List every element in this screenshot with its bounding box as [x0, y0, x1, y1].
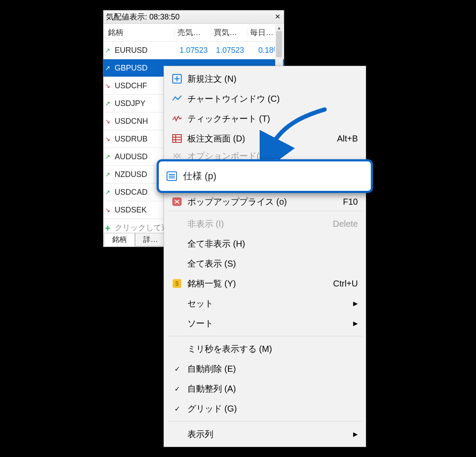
menu-specification-highlight[interactable]: 仕様 (p): [157, 159, 373, 193]
check-icon: ✓: [170, 365, 184, 373]
arrow-up-icon: ↗: [103, 47, 112, 54]
ask-value: 1.07523: [211, 46, 248, 55]
arrow-down-icon: ↘: [103, 135, 112, 142]
arrow-up-icon: ↗: [103, 100, 112, 107]
accel-depth: Alt+B: [337, 134, 358, 144]
menu-show-all[interactable]: 全て表示 (S): [164, 254, 366, 274]
chart-window-icon: [170, 95, 184, 102]
svg-rect-3: [173, 135, 181, 142]
submenu-arrow-icon: ▶: [353, 431, 358, 438]
menu-symbols-list[interactable]: $ 銘柄一覧 (Y) Ctrl+U: [164, 274, 366, 293]
menu-hide-all[interactable]: 全て非表示 (H): [164, 234, 366, 254]
check-icon: ✓: [170, 385, 184, 393]
arrow-up-icon: ↗: [103, 189, 112, 196]
symbol-label: EURUSD: [113, 46, 175, 55]
new-order-icon: [170, 74, 184, 84]
arrow-down-icon: ↘: [103, 82, 112, 89]
arrow-down-icon: ↘: [103, 206, 112, 213]
arrow-up-icon: ↗: [103, 153, 112, 160]
panel-tabs: 銘柄 詳…: [104, 233, 166, 246]
menu-chart-window[interactable]: チャートウインドウ (C): [164, 89, 366, 109]
submenu-arrow-icon: ▶: [353, 300, 358, 307]
arrow-up-icon: ↗: [103, 64, 112, 71]
menu-separator: [167, 336, 362, 336]
submenu-arrow-icon: ▶: [353, 320, 358, 327]
arrow-down-icon: ↘: [103, 118, 112, 125]
menu-columns[interactable]: 表示列 ▶: [164, 424, 366, 444]
header-ask[interactable]: 買気…: [211, 27, 248, 38]
menu-show-ms[interactable]: ミリ秒を表示する (M): [164, 339, 366, 359]
quote-row[interactable]: ↗EURUSD1.075231.075230.18%: [103, 42, 284, 59]
menu-depth-of-market[interactable]: 板注文画面 (D) Alt+B: [164, 129, 366, 148]
menu-separator: [167, 421, 362, 422]
tab-details[interactable]: 詳…: [135, 233, 166, 246]
title-bar[interactable]: 気配値表示: 08:38:50 ✕: [103, 10, 284, 24]
menu-auto-delete[interactable]: ✓ 自動削除 (E): [164, 359, 366, 379]
title-text: 気配値表示: 08:38:50: [106, 10, 273, 23]
close-icon[interactable]: ✕: [273, 10, 282, 23]
grid-header[interactable]: 銘柄 売気… 買気… 毎日…: [103, 24, 284, 42]
menu-auto-arrange[interactable]: ✓ 自動整列 (A): [164, 379, 366, 399]
tick-chart-icon: [170, 116, 184, 122]
svg-text:$: $: [175, 280, 179, 287]
menu-grid[interactable]: ✓ グリッド (G): [164, 399, 366, 418]
header-symbol[interactable]: 銘柄: [103, 27, 175, 38]
plus-icon: ＋: [103, 222, 112, 234]
header-bid[interactable]: 売気…: [175, 27, 211, 38]
specification-label: 仕様 (p): [179, 170, 216, 183]
menu-sort[interactable]: ソート ▶: [164, 313, 366, 333]
check-icon: ✓: [170, 405, 184, 413]
dollar-icon: $: [170, 279, 184, 288]
menu-new-order[interactable]: 新規注文 (N): [164, 69, 366, 89]
menu-hide[interactable]: 非表示 (I) Delete: [164, 214, 366, 234]
arrow-up-icon: ↗: [103, 171, 112, 178]
menu-separator: [167, 211, 362, 211]
menu-tick-chart[interactable]: ティックチャート (T): [164, 109, 366, 129]
scroll-thumb[interactable]: [276, 31, 282, 57]
context-menu: 新規注文 (N) チャートウインドウ (C) ティックチャート (T) 板注文画…: [164, 66, 366, 447]
tab-symbols[interactable]: 銘柄: [104, 233, 135, 246]
bid-value: 1.07523: [175, 46, 211, 55]
popup-prices-icon: [170, 197, 184, 206]
menu-popup-prices[interactable]: ポップアッププライス (o) F10: [164, 195, 366, 208]
option-board-icon: [170, 152, 184, 159]
specification-icon: [165, 171, 179, 181]
scroll-up-icon[interactable]: ▲: [275, 24, 283, 31]
menu-set[interactable]: セット ▶: [164, 293, 366, 313]
depth-icon: [170, 134, 184, 143]
